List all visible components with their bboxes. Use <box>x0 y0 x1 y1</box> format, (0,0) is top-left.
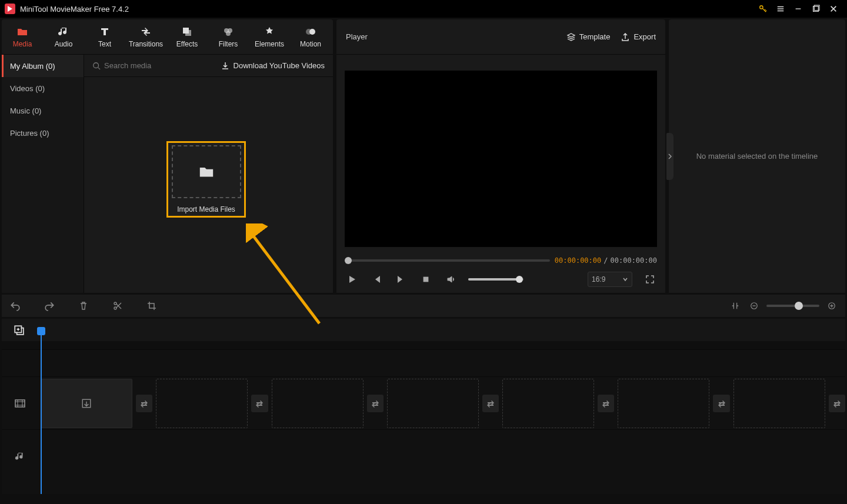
transition-slot[interactable] <box>598 395 614 412</box>
chevron-right-icon <box>668 153 672 159</box>
category-my-album[interactable]: My Album (0) <box>2 55 84 77</box>
stop-button[interactable] <box>419 272 433 286</box>
export-button[interactable]: Export <box>621 32 656 42</box>
aspect-ratio-select[interactable]: 16:9 <box>588 272 632 287</box>
import-clip-icon <box>81 398 92 409</box>
main-tabs: Media Audio Text Transitions Effects Fil… <box>2 19 333 55</box>
video-slot[interactable] <box>156 379 248 428</box>
media-panel: Media Audio Text Transitions Effects Fil… <box>2 19 333 293</box>
chevron-down-icon <box>622 276 628 282</box>
text-icon <box>99 26 111 38</box>
app-logo-icon <box>5 4 15 14</box>
tab-filters[interactable]: Filters <box>208 19 249 55</box>
next-frame-button[interactable] <box>394 272 408 286</box>
search-icon <box>92 62 101 70</box>
transition-slot[interactable] <box>251 395 268 412</box>
layers-icon <box>566 32 576 42</box>
svg-point-12 <box>114 302 116 305</box>
audio-track-icon <box>2 430 38 483</box>
svg-rect-17 <box>15 400 25 407</box>
upgrade-key-icon[interactable] <box>754 2 772 15</box>
search-input[interactable] <box>104 61 203 70</box>
add-track-button[interactable] <box>12 323 25 336</box>
svg-point-13 <box>114 307 116 309</box>
search-field[interactable] <box>92 61 215 70</box>
player-timecode: 00:00:00:00/00:00:00:00 <box>555 256 657 265</box>
transition-slot[interactable] <box>713 395 729 412</box>
tab-filters-label: Filters <box>219 40 238 48</box>
transition-slot[interactable] <box>482 395 499 412</box>
crop-button[interactable] <box>145 299 158 312</box>
svg-point-10 <box>94 62 99 68</box>
zoom-fit-button[interactable] <box>729 299 742 312</box>
tab-media[interactable]: Media <box>2 19 43 55</box>
timeline-toolbar <box>2 295 845 317</box>
transition-slot[interactable] <box>829 395 845 412</box>
minimize-button[interactable] <box>789 2 807 15</box>
prev-frame-button[interactable] <box>369 272 384 286</box>
zoom-out-button[interactable] <box>748 299 761 312</box>
volume-slider[interactable] <box>468 278 523 281</box>
player-scrubber[interactable] <box>345 259 550 262</box>
category-music[interactable]: Music (0) <box>2 99 84 122</box>
export-label: Export <box>633 32 656 41</box>
video-track-icon <box>2 377 38 430</box>
video-slot[interactable] <box>502 379 594 428</box>
properties-empty-message: No material selected on the timeline <box>696 152 818 161</box>
export-icon <box>621 32 630 42</box>
tab-motion[interactable]: Motion <box>290 19 331 55</box>
transition-slot[interactable] <box>136 395 152 412</box>
category-pictures[interactable]: Pictures (0) <box>2 122 84 144</box>
svg-rect-4 <box>185 30 191 36</box>
effects-icon <box>181 26 193 38</box>
close-button[interactable] <box>825 2 842 15</box>
timeline <box>2 319 845 494</box>
panel-collapse-handle[interactable] <box>666 133 673 180</box>
video-slot[interactable] <box>618 379 709 428</box>
tab-transitions-label: Transitions <box>129 40 163 48</box>
split-button[interactable] <box>111 299 124 312</box>
video-slot[interactable] <box>387 379 479 428</box>
import-media-label: Import Media Files <box>177 205 235 213</box>
tab-motion-label: Motion <box>300 40 321 48</box>
menu-icon[interactable] <box>772 2 789 15</box>
undo-button[interactable] <box>9 299 22 312</box>
redo-button[interactable] <box>43 299 56 312</box>
transitions-icon <box>140 26 152 38</box>
import-media-button[interactable]: Import Media Files <box>166 141 246 218</box>
category-videos[interactable]: Videos (0) <box>2 77 84 99</box>
template-button[interactable]: Template <box>566 32 611 42</box>
app-title: MiniTool MovieMaker Free 7.4.2 <box>20 5 754 14</box>
tab-media-label: Media <box>13 40 32 48</box>
elements-icon <box>264 26 275 38</box>
download-icon <box>221 61 230 71</box>
music-icon <box>58 26 69 38</box>
tab-audio-label: Audio <box>55 40 73 48</box>
zoom-in-button[interactable] <box>825 299 838 312</box>
template-label: Template <box>579 32 611 41</box>
properties-panel: No material selected on the timeline <box>669 19 845 293</box>
video-slot[interactable] <box>272 379 364 428</box>
player-panel: Player Template Export 00: <box>336 19 665 293</box>
tab-text-label: Text <box>98 40 111 48</box>
tab-effects[interactable]: Effects <box>166 19 208 55</box>
volume-button[interactable] <box>443 272 458 286</box>
aspect-ratio-label: 16:9 <box>592 275 605 283</box>
zoom-slider[interactable] <box>766 305 819 307</box>
fullscreen-button[interactable] <box>643 272 657 286</box>
tab-text[interactable]: Text <box>84 19 125 55</box>
timeline-ruler[interactable] <box>2 341 845 349</box>
video-slot[interactable] <box>41 379 132 428</box>
tab-audio[interactable]: Audio <box>43 19 84 55</box>
transition-slot[interactable] <box>367 395 384 412</box>
folder-icon <box>198 163 215 180</box>
delete-button[interactable] <box>77 299 90 312</box>
tab-elements[interactable]: Elements <box>249 19 290 55</box>
play-button[interactable] <box>345 272 359 286</box>
tab-transitions[interactable]: Transitions <box>125 19 166 55</box>
download-youtube-link[interactable]: Download YouTube Videos <box>221 61 325 71</box>
video-slot[interactable] <box>733 379 825 428</box>
maximize-button[interactable] <box>807 2 825 15</box>
titlebar: MiniTool MovieMaker Free 7.4.2 <box>0 0 847 18</box>
timeline-playhead[interactable] <box>41 332 42 494</box>
